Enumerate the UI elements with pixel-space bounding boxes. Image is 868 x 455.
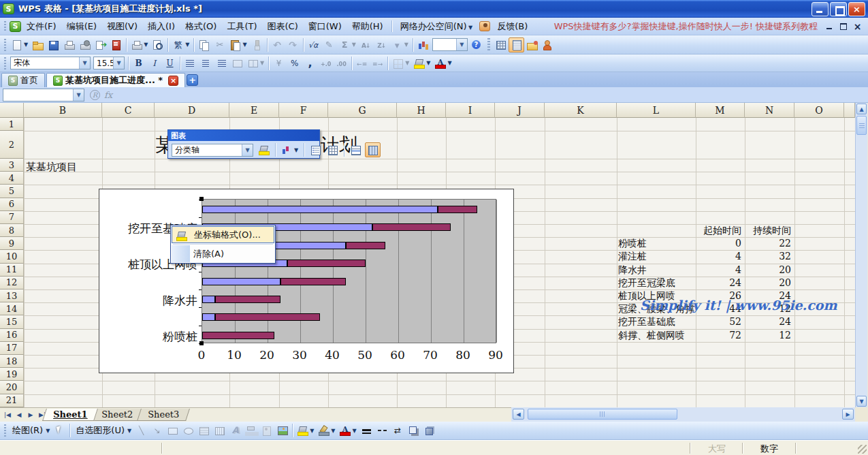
cell-b3[interactable]: 某基坑项目 [26,161,77,174]
bar-duration-segment[interactable] [202,332,274,339]
mdi-minimize-button[interactable] [825,22,835,31]
undo-button[interactable] [270,37,285,52]
column-header-N[interactable]: N [745,103,794,118]
table-row-duration[interactable]: 20 [745,264,791,275]
column-header-partial[interactable] [844,103,855,118]
row-header-20[interactable]: 20 [0,381,24,394]
chart-plot-area[interactable] [202,199,496,343]
currency-style-button[interactable] [271,56,287,71]
vertical-scrollbar[interactable]: ▲ ▼ [855,103,867,407]
menu-help[interactable]: 帮助(H) [347,18,388,35]
row-header-4[interactable]: 4 [0,172,24,185]
category-axis-label[interactable]: 粉喷桩 [102,329,197,345]
menu-format[interactable]: 格式(O) [180,18,221,35]
row-header-15[interactable]: 15 [0,315,24,328]
formula-editor-button[interactable] [306,37,321,52]
column-header-B[interactable]: B [24,103,102,118]
chevron-down-icon[interactable]: ▼ [242,144,253,156]
chevron-down-icon[interactable]: ▼ [79,57,90,69]
column-header-G[interactable]: G [328,103,397,118]
row-header-11[interactable]: 11 [0,264,24,277]
text-box-button[interactable] [196,423,212,438]
sheet-nav-next-icon[interactable]: ▶ [25,409,36,420]
name-box[interactable]: ▼ [3,89,84,101]
help-button[interactable] [469,37,485,52]
export-pdf-button[interactable] [108,37,124,52]
scroll-left-icon[interactable]: ◀ [513,409,524,420]
table-row-label[interactable]: 斜撑、桩侧网喷 [618,330,695,342]
value-axis-label[interactable]: 90 [488,348,503,362]
sheet-tab-sheet2[interactable]: Sheet2 [91,409,144,421]
doc-tab-home[interactable]: 首页 [1,73,45,87]
doc-tab-document[interactable]: 某基坑项目施工进度... * [46,73,185,87]
row-header-5[interactable]: 5 [0,185,24,198]
menu-tools[interactable]: 工具(T) [222,18,261,35]
account-button[interactable] [540,37,556,52]
mdi-restore-button[interactable] [839,22,849,31]
scroll-up-icon[interactable]: ▲ [856,104,867,114]
fill-color-button[interactable]: ▼ [295,423,316,438]
menu-feedback[interactable]: 反馈(B) [492,18,532,35]
align-right-button[interactable] [214,56,229,71]
vertical-scroll-thumb[interactable] [856,116,867,135]
sheet-tab-sheet3[interactable]: Sheet3 [137,409,190,421]
bar-duration-segment[interactable] [438,206,477,213]
task-pane-button[interactable] [493,37,509,52]
bar-duration-segment[interactable] [287,260,366,267]
mdi-close-button[interactable] [852,22,863,31]
fill-color-button[interactable]: ▼ [411,56,432,71]
format-painter-button[interactable] [249,37,265,52]
sheet-tab-sheet1[interactable]: Sheet1 [42,409,98,421]
print-preview-button[interactable]: ▼ [129,37,150,52]
row-header-3[interactable]: 3 [0,159,24,172]
table-row-duration[interactable]: 22 [745,238,791,249]
draw-menu-button[interactable]: 绘图(R)▼ [9,423,52,438]
bar-start-segment[interactable] [202,313,215,321]
chart-object-selector[interactable]: 分类轴 ▼ [172,144,253,157]
bar-duration-segment[interactable] [280,278,346,285]
align-center-button[interactable] [198,56,214,71]
menu-view[interactable]: 视图(V) [102,18,142,35]
table-row-duration[interactable]: 24 [745,316,791,327]
value-axis-label[interactable]: 50 [357,348,372,362]
row-header-6[interactable]: 6 [0,198,24,211]
bar-duration-segment[interactable] [346,242,385,249]
font-color-button[interactable]: ▼ [337,423,358,438]
row-header-16[interactable]: 16 [0,329,24,342]
shared-folder-button[interactable] [524,37,540,52]
column-header-D[interactable]: D [155,103,229,118]
comma-style-button[interactable] [302,56,318,71]
column-header-M[interactable]: M [696,103,745,118]
column-header-I[interactable]: I [446,103,495,118]
table-row-start[interactable]: 4 [696,264,741,275]
shadow-style-button[interactable] [406,423,421,438]
autofilter-button[interactable]: ▼ [389,37,411,52]
font-size-combo[interactable]: 15.5▼ [93,57,125,69]
cut-button[interactable] [212,37,227,52]
organization-chart-button[interactable] [243,423,259,438]
selection-handle[interactable] [199,341,204,345]
context-menu-item-format-axis[interactable]: 坐标轴格式(O)... [172,226,274,243]
bar-duration-segment[interactable] [215,296,280,303]
sort-descending-button[interactable] [374,37,389,52]
column-header-E[interactable]: E [229,103,279,118]
insert-function-icon[interactable]: fx [104,90,112,100]
autosum-button[interactable]: ▼ [337,37,358,52]
sheet-nav-first-icon[interactable]: |◀ [2,409,13,420]
table-row-start[interactable]: 0 [696,238,741,249]
wordart-button[interactable] [227,423,243,438]
row-header-13[interactable]: 13 [0,289,24,302]
column-header-C[interactable]: C [102,103,155,118]
column-header-F[interactable]: F [279,103,328,118]
value-axis-label[interactable]: 70 [423,348,438,362]
3d-style-button[interactable] [421,423,437,438]
value-axis-label[interactable]: 0 [198,348,206,362]
merge-cells-button[interactable] [229,56,245,71]
table-row-label[interactable]: 灌注桩 [618,251,695,263]
table-row-label[interactable]: 挖开至冠梁底 [618,277,695,289]
gantt-chart-object[interactable]: 挖开至基础底桩顶以上网喷降水井粉喷桩0102030405060708090 [99,189,514,373]
decrease-decimal-button[interactable] [334,56,349,71]
row-header-10[interactable]: 10 [0,250,24,263]
row-header-7[interactable]: 7 [0,211,24,224]
column-header-K[interactable]: K [545,103,617,118]
